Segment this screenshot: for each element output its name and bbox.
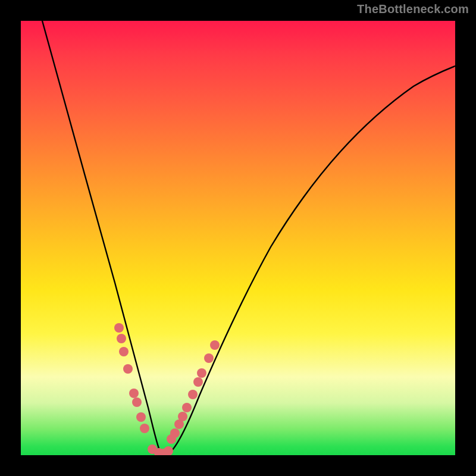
svg-point-13 xyxy=(170,428,180,438)
svg-point-18 xyxy=(193,377,203,387)
svg-point-16 xyxy=(182,403,192,412)
svg-point-0 xyxy=(114,323,124,333)
svg-point-17 xyxy=(188,390,198,399)
bottleneck-curve xyxy=(42,21,455,454)
svg-point-1 xyxy=(117,334,126,343)
svg-point-11 xyxy=(164,446,173,455)
plot-area xyxy=(21,21,455,455)
svg-point-4 xyxy=(129,389,139,398)
watermark: TheBottleneck.com xyxy=(357,2,469,16)
curve-layer xyxy=(21,21,455,455)
svg-point-19 xyxy=(197,368,206,378)
svg-point-7 xyxy=(140,424,149,433)
highlight-dots-bottom xyxy=(148,444,173,455)
chart-frame: TheBottleneck.com xyxy=(0,0,476,476)
svg-point-15 xyxy=(178,412,187,421)
svg-point-3 xyxy=(123,364,133,374)
highlight-dots-right xyxy=(167,340,220,444)
svg-point-6 xyxy=(136,412,146,422)
highlight-dots-left xyxy=(114,323,149,433)
svg-point-20 xyxy=(204,353,214,363)
svg-point-5 xyxy=(132,397,142,407)
svg-point-21 xyxy=(210,340,220,350)
svg-point-2 xyxy=(119,347,129,356)
